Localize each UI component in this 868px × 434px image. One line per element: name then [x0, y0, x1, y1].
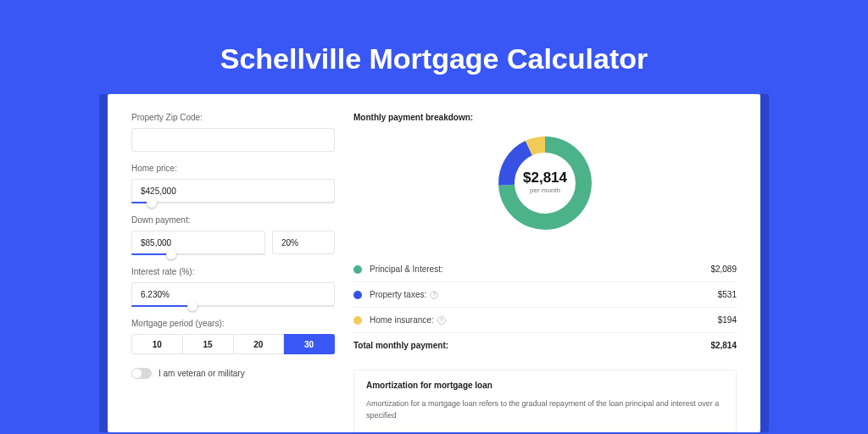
legend-swatch-icon [353, 265, 362, 274]
down-payment-slider[interactable] [131, 253, 265, 255]
interest-slider[interactable] [131, 305, 335, 307]
breakdown-column: Monthly payment breakdown: $2,814per mon… [353, 113, 737, 432]
info-icon[interactable]: ? [437, 316, 446, 325]
form-column: Property Zip Code: Home price: Down paym… [131, 113, 335, 432]
down-payment-field: Down payment: [131, 215, 335, 255]
slider-thumb-icon[interactable] [147, 198, 157, 208]
legend-row: Principal & Interest:$2,089 [353, 257, 737, 282]
home-price-input[interactable] [131, 179, 335, 203]
period-option-10[interactable]: 10 [131, 334, 183, 354]
breakdown-heading: Monthly payment breakdown: [353, 113, 737, 122]
amortization-title: Amortization for mortgage loan [366, 381, 724, 390]
info-icon[interactable]: ? [430, 291, 438, 299]
legend-row: Property taxes:?$531 [353, 282, 737, 308]
donut-center-sub: per month [530, 186, 560, 194]
legend-label: Principal & Interest: [370, 264, 443, 274]
period-field: Mortgage period (years): 10152030 [131, 319, 335, 354]
donut-chart: $2,814per month [353, 132, 737, 234]
period-option-15[interactable]: 15 [183, 334, 234, 354]
veteran-label: I am veteran or military [159, 369, 245, 378]
period-options: 10152030 [131, 334, 335, 354]
legend-value: $2,089 [710, 264, 737, 274]
legend-label: Property taxes: [370, 290, 426, 299]
legend-value: $531 [718, 290, 737, 299]
legend-row: Home insurance:?$194 [353, 308, 737, 333]
legend-value: $194 [718, 315, 737, 325]
legend: Principal & Interest:$2,089Property taxe… [353, 251, 737, 370]
veteran-row: I am veteran or military [131, 368, 335, 379]
interest-input[interactable] [131, 282, 335, 306]
calculator-panel: Property Zip Code: Home price: Down paym… [108, 94, 760, 432]
slider-thumb-icon[interactable] [166, 249, 176, 259]
home-price-slider[interactable] [131, 202, 335, 203]
home-price-field: Home price: [131, 164, 335, 203]
total-label: Total monthly payment: [353, 341, 448, 350]
down-payment-pct-input[interactable] [272, 231, 335, 254]
home-price-label: Home price: [131, 164, 335, 173]
period-label: Mortgage period (years): [131, 319, 335, 328]
interest-field: Interest rate (%): [131, 267, 335, 307]
period-option-20[interactable]: 20 [234, 334, 285, 354]
donut-center-amount: $2,814 [523, 170, 568, 186]
down-payment-label: Down payment: [131, 215, 335, 225]
page-title: Schellville Mortgage Calculator [0, 42, 868, 75]
zip-label: Property Zip Code: [131, 113, 335, 122]
amortization-text: Amortization for a mortgage loan refers … [366, 398, 724, 421]
legend-swatch-icon [353, 291, 362, 299]
zip-field: Property Zip Code: [131, 113, 335, 152]
veteran-toggle[interactable] [131, 368, 152, 379]
slider-thumb-icon[interactable] [187, 301, 198, 311]
zip-input[interactable] [131, 128, 335, 152]
legend-swatch-icon [353, 316, 362, 325]
panel-shadow: Property Zip Code: Home price: Down paym… [99, 94, 769, 432]
down-payment-input[interactable] [131, 231, 265, 254]
legend-total-row: Total monthly payment:$2,814 [353, 333, 737, 358]
total-value: $2,814 [710, 341, 737, 350]
amortization-box: Amortization for mortgage loan Amortizat… [353, 370, 737, 432]
legend-label: Home insurance: [370, 315, 434, 325]
period-option-30[interactable]: 30 [284, 334, 335, 354]
interest-label: Interest rate (%): [131, 267, 335, 276]
